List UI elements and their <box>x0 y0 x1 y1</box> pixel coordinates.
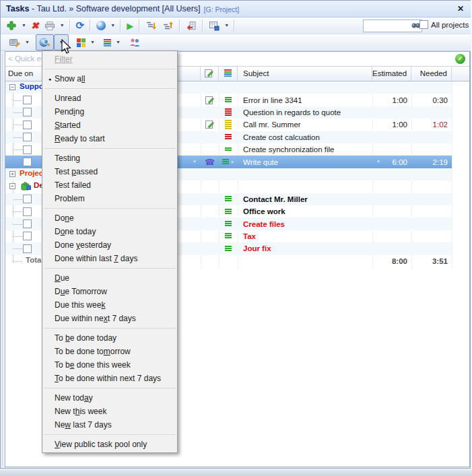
menu-item[interactable]: Done today <box>42 225 177 238</box>
view-button[interactable] <box>94 18 108 34</box>
total-label: Total <box>26 256 44 264</box>
expand-icon[interactable]: + <box>9 171 15 177</box>
task-checkbox[interactable] <box>23 133 32 141</box>
users-button[interactable] <box>127 34 143 50</box>
add-task-caret[interactable]: ▼ <box>20 18 28 33</box>
subject-cell[interactable] <box>238 255 372 267</box>
collapse-all-button[interactable] <box>160 18 176 34</box>
subject-cell[interactable]: Write qute <box>238 156 372 168</box>
task-checkbox[interactable] <box>23 108 32 116</box>
menu-item[interactable]: ●Show all <box>42 72 177 86</box>
subject-cell[interactable] <box>238 180 372 193</box>
task-checkbox[interactable] <box>23 195 32 203</box>
estimated-cell: ▼6:00 <box>372 156 411 168</box>
column-header-priority[interactable] <box>219 67 238 81</box>
menu-item[interactable]: New last 7 days <box>42 418 177 432</box>
all-projects-checkbox[interactable] <box>419 20 428 29</box>
priority-bars-icon <box>104 38 111 47</box>
menu-item[interactable]: Pending <box>42 105 177 118</box>
collapse-icon[interactable]: − <box>9 183 15 189</box>
subject-cell[interactable]: Create files <box>238 217 372 230</box>
menu-item[interactable]: Done <box>42 211 177 225</box>
menu-item[interactable]: Due within next 7 days <box>42 312 177 325</box>
column-header-edit[interactable] <box>201 67 219 81</box>
subject-cell[interactable]: Call mr. Summer <box>238 118 372 131</box>
apply-check-icon[interactable]: ✓ <box>455 54 465 64</box>
column-header-needed[interactable]: Needed <box>411 67 452 81</box>
subject-cell[interactable]: Error in line 3341 <box>238 94 372 106</box>
menu-item[interactable]: Done within last 7 days <box>42 252 177 265</box>
menu-item[interactable]: To be done today <box>42 331 177 345</box>
menu-item[interactable]: Done yesterday <box>42 238 177 252</box>
menu-item[interactable]: Ready to start <box>42 132 177 145</box>
subject-cell[interactable]: Question in regards to quote <box>238 106 372 118</box>
menu-item[interactable]: To be done tomorrow <box>42 345 177 358</box>
menu-item[interactable]: Testing <box>42 151 177 165</box>
task-checkbox[interactable] <box>23 244 32 253</box>
menu-item[interactable]: Due this week <box>42 298 177 312</box>
subject-cell[interactable]: Office work <box>238 205 372 217</box>
task-checkbox[interactable] <box>23 145 32 154</box>
menu-item[interactable]: New today <box>42 391 177 405</box>
group-by-caret[interactable]: ▼ <box>88 35 97 50</box>
subject-cell[interactable]: Contact Mr. Miller <box>238 193 372 205</box>
menu-item-label: Pending <box>55 107 84 116</box>
refresh-button[interactable]: ⟳ <box>73 18 88 34</box>
menu-item[interactable]: Due Tomorrow <box>42 285 177 298</box>
task-checkbox[interactable] <box>23 219 32 228</box>
start-task-button[interactable]: ▶ <box>124 18 136 34</box>
estimated-value: 1:00 <box>393 96 407 104</box>
menu-item[interactable]: Due <box>42 271 177 285</box>
menu-item[interactable]: Problem <box>42 192 177 205</box>
priority-cell <box>219 205 238 217</box>
estimated-dropdown-icon[interactable]: ▼ <box>376 160 380 164</box>
add-task-button[interactable] <box>3 18 20 34</box>
task-checkbox[interactable] <box>23 121 32 129</box>
group-by-button[interactable] <box>74 34 88 50</box>
menu-item[interactable]: To be done within next 7 days <box>42 372 177 385</box>
all-projects-label: All projects <box>431 21 469 29</box>
task-subject: Error in line 3341 <box>243 96 302 104</box>
needed-cell: 2:19 <box>411 156 452 168</box>
goto-button[interactable] <box>183 18 199 34</box>
priority-filter-caret[interactable]: ▼ <box>114 35 123 50</box>
task-checkbox[interactable] <box>23 96 32 104</box>
subject-cell[interactable]: Tax <box>238 230 372 242</box>
menu-item[interactable]: To be done this week <box>42 358 177 372</box>
priority-dropdown-icon[interactable]: ▼ <box>230 160 234 164</box>
all-projects-toggle[interactable]: All projects <box>419 20 469 29</box>
menu-item[interactable]: Started <box>42 118 177 132</box>
menu-item[interactable]: Test failed <box>42 178 177 192</box>
edit-cell <box>201 205 219 217</box>
address-book-button[interactable] <box>6 34 23 50</box>
menu-item[interactable]: View public task pool only <box>42 438 177 451</box>
customize-columns-button[interactable] <box>206 18 222 34</box>
collapse-icon[interactable]: − <box>9 84 15 90</box>
task-checkbox[interactable] <box>23 158 32 166</box>
subject-cell[interactable] <box>238 81 372 94</box>
column-header-subject[interactable]: Subject <box>238 67 372 81</box>
menu-item[interactable]: Test passed <box>42 165 177 178</box>
priority-filter-button[interactable] <box>101 34 114 50</box>
task-checkbox[interactable] <box>23 207 32 216</box>
view-caret[interactable]: ▼ <box>108 18 117 33</box>
column-header-estimated[interactable]: Estimated <box>372 67 411 81</box>
customize-columns-caret[interactable]: ▼ <box>222 18 231 33</box>
task-subject: Create cost calcuation <box>243 133 320 141</box>
subject-cell[interactable]: Create synchronization file <box>238 143 372 156</box>
filter-button[interactable] <box>36 34 54 50</box>
menu-item[interactable]: New this week <box>42 405 177 418</box>
address-book-caret[interactable]: ▼ <box>23 35 32 50</box>
print-caret[interactable]: ▼ <box>58 18 67 33</box>
print-button[interactable] <box>42 18 58 34</box>
subject-cell[interactable]: Jour fix <box>238 242 372 254</box>
subject-cell[interactable] <box>238 168 372 180</box>
close-icon[interactable]: ✕ <box>456 4 465 13</box>
phone-icon: ☎ <box>205 158 215 167</box>
menu-item[interactable]: Unread <box>42 92 177 105</box>
delete-task-button[interactable]: ✖ <box>28 18 42 34</box>
subject-cell[interactable]: Create cost calcuation <box>238 131 372 143</box>
expand-all-button[interactable] <box>143 18 160 34</box>
due-date-dropdown-icon[interactable]: ▼ <box>193 160 197 164</box>
task-checkbox[interactable] <box>23 232 32 240</box>
